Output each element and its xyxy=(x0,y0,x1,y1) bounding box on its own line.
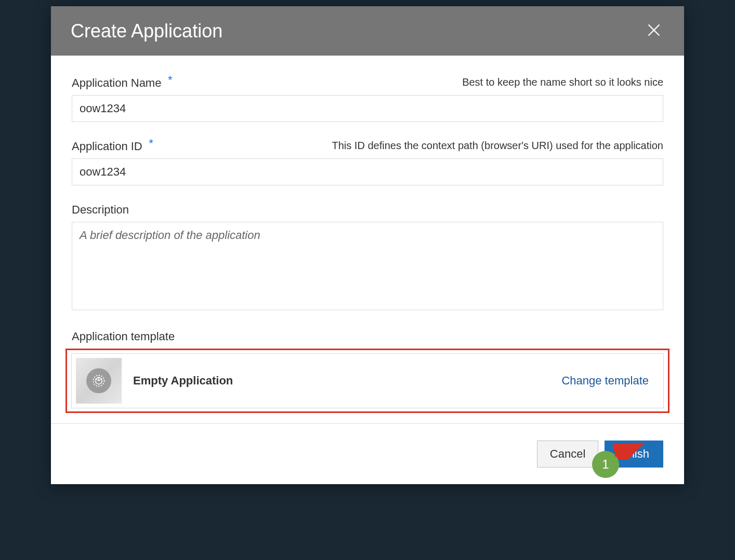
cube-icon xyxy=(86,368,111,393)
cancel-button[interactable]: Cancel xyxy=(537,441,598,468)
dialog-header: Create Application xyxy=(51,6,684,56)
description-textarea[interactable] xyxy=(72,222,663,310)
template-thumbnail xyxy=(76,358,122,404)
application-name-input[interactable] xyxy=(72,95,663,122)
close-button[interactable] xyxy=(644,20,664,42)
template-section-label: Application template xyxy=(72,330,663,343)
application-name-label: Application Name xyxy=(72,76,161,89)
application-name-field-row: Application Name * Best to keep the name… xyxy=(72,76,663,122)
create-application-dialog: Create Application Application Name * Be… xyxy=(51,6,684,484)
template-card: Empty Application Change template xyxy=(71,353,664,408)
field-label-row: Description xyxy=(72,203,663,217)
template-section: Application template Empty Applic xyxy=(72,330,663,413)
dialog-title: Create Application xyxy=(71,20,222,42)
description-field-row: Description xyxy=(72,203,663,312)
finish-button[interactable]: Finish xyxy=(605,441,663,468)
field-label-wrap: Application ID * xyxy=(72,140,153,153)
application-id-hint: This ID defines the context path (browse… xyxy=(332,140,663,152)
change-template-link[interactable]: Change template xyxy=(561,374,649,388)
required-indicator: * xyxy=(149,137,153,150)
application-id-field-row: Application ID * This ID defines the con… xyxy=(72,140,663,185)
field-label-wrap: Application Name * xyxy=(72,76,172,90)
annotation-highlight: Empty Application Change template xyxy=(65,349,670,413)
application-id-label: Application ID xyxy=(72,140,142,153)
dialog-footer: Cancel Finish 1 xyxy=(51,423,684,484)
application-name-hint: Best to keep the name short so it looks … xyxy=(462,76,663,88)
close-icon xyxy=(647,23,661,37)
field-label-row: Application ID * This ID defines the con… xyxy=(72,140,663,153)
application-id-input[interactable] xyxy=(72,158,663,185)
template-card-left: Empty Application xyxy=(76,358,233,404)
template-name: Empty Application xyxy=(133,374,233,388)
dialog-body: Application Name * Best to keep the name… xyxy=(51,56,684,423)
description-label: Description xyxy=(72,203,129,217)
required-indicator: * xyxy=(168,73,173,86)
field-label-row: Application Name * Best to keep the name… xyxy=(72,76,663,90)
